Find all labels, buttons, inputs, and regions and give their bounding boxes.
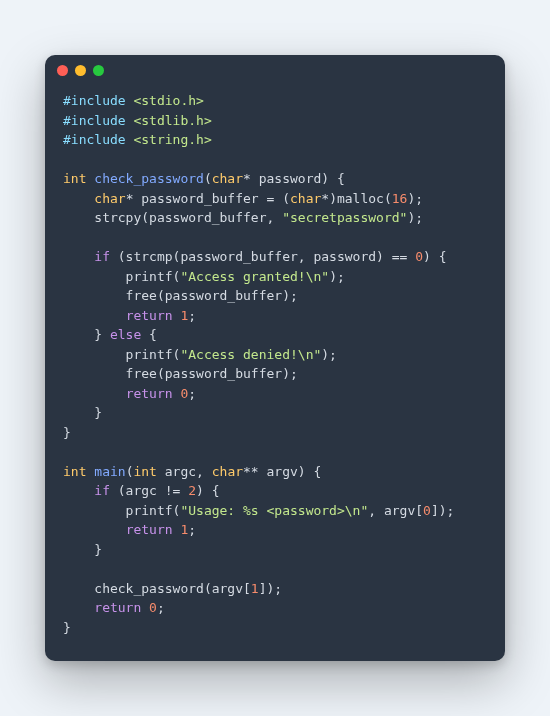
type: char bbox=[290, 191, 321, 206]
number: 1 bbox=[251, 581, 259, 596]
include-target: <string.h> bbox=[133, 132, 211, 147]
zoom-icon[interactable] bbox=[93, 65, 104, 76]
type: char bbox=[94, 191, 125, 206]
preproc: #include bbox=[63, 132, 133, 147]
keyword: return bbox=[94, 600, 141, 615]
number: 0 bbox=[149, 600, 157, 615]
keyword: return bbox=[126, 308, 173, 323]
close-icon[interactable] bbox=[57, 65, 68, 76]
keyword: if bbox=[94, 249, 110, 264]
number: 0 bbox=[423, 503, 431, 518]
keyword: return bbox=[126, 522, 173, 537]
keyword: return bbox=[126, 386, 173, 401]
type: char bbox=[212, 171, 243, 186]
string: "Usage: %s <password>\n" bbox=[180, 503, 368, 518]
type: int bbox=[63, 464, 86, 479]
minimize-icon[interactable] bbox=[75, 65, 86, 76]
keyword: else bbox=[110, 327, 141, 342]
include-target: <stdio.h> bbox=[133, 93, 203, 108]
function-name: check_password bbox=[94, 171, 204, 186]
string: "Access denied!\n" bbox=[180, 347, 321, 362]
number: 16 bbox=[392, 191, 408, 206]
keyword: if bbox=[94, 483, 110, 498]
type: int bbox=[133, 464, 156, 479]
type: char bbox=[212, 464, 243, 479]
code-block: #include <stdio.h> #include <stdlib.h> #… bbox=[45, 85, 505, 661]
type: int bbox=[63, 171, 86, 186]
titlebar bbox=[45, 55, 505, 85]
number: 2 bbox=[188, 483, 196, 498]
code-window: #include <stdio.h> #include <stdlib.h> #… bbox=[45, 55, 505, 661]
function-name: main bbox=[94, 464, 125, 479]
string: "Access granted!\n" bbox=[180, 269, 329, 284]
include-target: <stdlib.h> bbox=[133, 113, 211, 128]
preproc: #include bbox=[63, 113, 133, 128]
string: "secretpassword" bbox=[282, 210, 407, 225]
number: 0 bbox=[415, 249, 423, 264]
preproc: #include bbox=[63, 93, 133, 108]
